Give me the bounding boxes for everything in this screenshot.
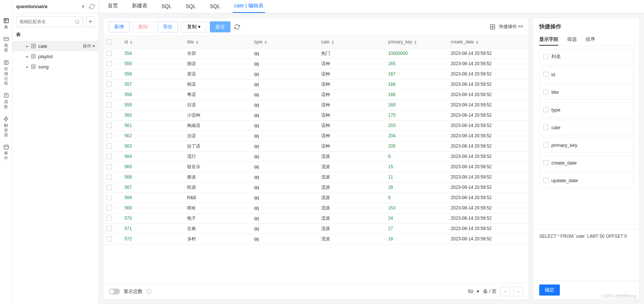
row-checkbox[interactable] bbox=[107, 123, 112, 128]
rail-table[interactable]: 表 bbox=[3, 18, 9, 29]
cell-id[interactable]: 562 bbox=[122, 131, 184, 141]
cell-cate[interactable]: 流派 bbox=[318, 192, 385, 203]
cell-title[interactable]: 粤语 bbox=[184, 89, 251, 100]
cell-title[interactable]: 日语 bbox=[184, 100, 251, 110]
row-checkbox[interactable] bbox=[107, 154, 112, 159]
db-name[interactable]: questionnaire bbox=[16, 4, 77, 9]
table-row[interactable]: 569嘻哈qq流派1532023-08-14 20:59:52 bbox=[104, 203, 528, 213]
field-item[interactable]: update_date bbox=[539, 173, 633, 188]
field-checkbox[interactable] bbox=[543, 72, 548, 77]
cell-create-date[interactable]: 2023-08-14 20:59:52 bbox=[448, 59, 528, 69]
cell-id[interactable]: 565 bbox=[122, 162, 184, 172]
tab[interactable]: cate | 编辑表 bbox=[233, 3, 265, 13]
table-row[interactable]: 554全部qq热门100000002023-08-14 20:59:52 bbox=[104, 48, 528, 59]
table-row[interactable]: 558粤语qq语种1662023-08-14 20:59:52 bbox=[104, 89, 528, 100]
cell-id[interactable]: 568 bbox=[122, 192, 184, 203]
row-checkbox[interactable] bbox=[107, 226, 112, 231]
ok-button[interactable]: 确定 bbox=[539, 284, 560, 296]
select-all-checkbox[interactable] bbox=[107, 39, 112, 45]
cell-title[interactable]: R&B bbox=[184, 192, 251, 203]
cell-primary-key[interactable]: 169 bbox=[385, 100, 448, 110]
cell-cate[interactable]: 语种 bbox=[318, 59, 385, 69]
cell-create-date[interactable]: 2023-08-14 20:59:52 bbox=[448, 100, 528, 110]
row-checkbox[interactable] bbox=[107, 133, 112, 138]
cell-cate[interactable]: 流派 bbox=[318, 172, 385, 182]
cell-type[interactable]: qq bbox=[251, 110, 318, 120]
row-checkbox[interactable] bbox=[107, 236, 112, 241]
table-item-cate[interactable]: ▸cate操作 ▾ bbox=[12, 41, 99, 51]
row-checkbox[interactable] bbox=[107, 164, 112, 169]
delete-button[interactable]: 删除 bbox=[133, 21, 154, 32]
cell-create-date[interactable]: 2023-08-14 20:59:52 bbox=[448, 69, 528, 79]
col-primary_key[interactable]: primary_key▲▼ bbox=[385, 36, 448, 48]
table-row[interactable]: 567民谣qq流派282023-08-14 20:59:52 bbox=[104, 182, 528, 192]
table-item-song[interactable]: ▸song bbox=[12, 61, 99, 72]
table-row[interactable]: 565轻音乐qq流派152023-08-14 20:59:52 bbox=[104, 162, 528, 172]
cell-type[interactable]: qq bbox=[251, 141, 318, 151]
table-row[interactable]: 560小语种qq语种1702023-08-14 20:59:52 bbox=[104, 110, 528, 120]
tab[interactable]: SQL bbox=[160, 3, 173, 13]
cell-create-date[interactable]: 2023-08-14 20:59:52 bbox=[448, 110, 528, 120]
cell-type[interactable]: qq bbox=[251, 69, 318, 79]
row-checkbox[interactable] bbox=[107, 185, 112, 190]
cell-title[interactable]: 民谣 bbox=[184, 182, 251, 192]
table-row[interactable]: 563拉丁语qq语种2052023-08-14 20:59:52 bbox=[104, 141, 528, 151]
table-row[interactable]: 559日语qq语种1692023-08-14 20:59:52 bbox=[104, 100, 528, 110]
right-tab[interactable]: 显示字段 bbox=[539, 34, 558, 46]
cell-cate[interactable]: 语种 bbox=[318, 120, 385, 131]
cell-type[interactable]: qq bbox=[251, 79, 318, 89]
right-tab[interactable]: 排序 bbox=[586, 34, 595, 46]
row-checkbox[interactable] bbox=[107, 113, 112, 118]
row-checkbox[interactable] bbox=[107, 102, 112, 107]
cell-title[interactable]: 法语 bbox=[184, 131, 251, 141]
cell-id[interactable]: 569 bbox=[122, 203, 184, 213]
cell-primary-key[interactable]: 166 bbox=[385, 89, 448, 100]
cell-cate[interactable]: 流派 bbox=[318, 234, 385, 244]
cell-create-date[interactable]: 2023-08-14 20:59:52 bbox=[448, 79, 528, 89]
refresh-icon[interactable] bbox=[234, 24, 240, 30]
cell-id[interactable]: 570 bbox=[122, 213, 184, 223]
field-item[interactable]: cate bbox=[539, 120, 633, 135]
cell-title[interactable]: 拉丁语 bbox=[184, 141, 251, 151]
cell-create-date[interactable]: 2023-08-14 20:59:52 bbox=[448, 48, 528, 59]
cell-primary-key[interactable]: 15 bbox=[385, 162, 448, 172]
tab[interactable]: SQL bbox=[184, 3, 197, 13]
row-checkbox[interactable] bbox=[107, 82, 112, 87]
refresh-icon[interactable] bbox=[89, 4, 95, 10]
cell-id[interactable]: 556 bbox=[122, 69, 184, 79]
cell-create-date[interactable]: 2023-08-14 20:59:52 bbox=[448, 120, 528, 131]
cell-create-date[interactable]: 2023-08-14 20:59:52 bbox=[448, 213, 528, 223]
table-row[interactable]: 555国语qq语种1652023-08-14 20:59:52 bbox=[104, 59, 528, 69]
rail-view[interactable]: 视图 bbox=[3, 36, 9, 53]
tab[interactable]: 新建表 bbox=[130, 3, 149, 13]
show-total-switch[interactable] bbox=[109, 289, 120, 294]
cell-id[interactable]: 567 bbox=[122, 182, 184, 192]
cell-id[interactable]: 572 bbox=[122, 234, 184, 244]
cell-primary-key[interactable]: 203 bbox=[385, 120, 448, 131]
field-checkbox[interactable] bbox=[543, 125, 548, 130]
row-checkbox[interactable] bbox=[107, 51, 112, 56]
field-checkbox[interactable] bbox=[543, 89, 548, 95]
cell-create-date[interactable]: 2023-08-14 20:59:52 bbox=[448, 151, 528, 162]
table-search[interactable] bbox=[16, 16, 83, 27]
cell-create-date[interactable]: 2023-08-14 20:59:52 bbox=[448, 234, 528, 244]
field-item[interactable]: primary_key bbox=[539, 137, 633, 153]
table-item-playlist[interactable]: ▸playlist bbox=[12, 51, 99, 61]
cell-title[interactable]: 轻音乐 bbox=[184, 162, 251, 172]
next-page-button[interactable]: › bbox=[514, 287, 523, 296]
cell-id[interactable]: 560 bbox=[122, 110, 184, 120]
cell-title[interactable]: 全部 bbox=[184, 48, 251, 59]
cell-type[interactable]: qq bbox=[251, 100, 318, 110]
cell-type[interactable]: qq bbox=[251, 151, 318, 162]
cell-create-date[interactable]: 2023-08-14 20:59:52 bbox=[448, 223, 528, 234]
cell-title[interactable]: 古典 bbox=[184, 223, 251, 234]
cell-type[interactable]: qq bbox=[251, 172, 318, 182]
cell-id[interactable]: 563 bbox=[122, 141, 184, 151]
row-checkbox[interactable] bbox=[107, 174, 112, 180]
cell-id[interactable]: 561 bbox=[122, 120, 184, 131]
cell-create-date[interactable]: 2023-08-14 20:59:52 bbox=[448, 131, 528, 141]
row-checkbox[interactable] bbox=[107, 216, 112, 221]
cell-create-date[interactable]: 2023-08-14 20:59:52 bbox=[448, 89, 528, 100]
row-checkbox[interactable] bbox=[107, 61, 112, 66]
cell-primary-key[interactable]: 153 bbox=[385, 203, 448, 213]
